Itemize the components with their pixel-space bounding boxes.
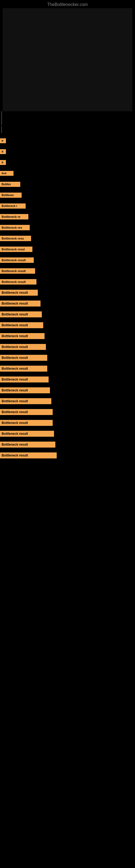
results-container: B B B Bott Bottlen Bottlenec Bottleneck … <box>0 133 135 464</box>
result-label-30: Bottleneck result <box>0 453 57 458</box>
result-label-20: Bottleneck result <box>0 344 46 350</box>
result-item-5: Bottlen <box>0 179 135 189</box>
result-item-4: Bott <box>0 168 135 179</box>
result-label-24: Bottleneck result <box>0 388 50 393</box>
result-item-13: Bottleneck result <box>0 266 135 276</box>
site-title: TheBottlenecker.com <box>0 0 135 8</box>
chart-area <box>3 8 132 111</box>
result-label-18: Bottleneck result <box>0 322 43 328</box>
result-item-19: Bottleneck result <box>0 331 135 341</box>
vertical-line-2 <box>1 126 2 133</box>
result-label-27: Bottleneck result <box>0 420 53 426</box>
result-item-8: Bottleneck re <box>0 212 135 222</box>
result-item-3: B <box>0 157 135 167</box>
result-item-22: Bottleneck result <box>0 364 135 374</box>
result-item-10: Bottleneck resu <box>0 233 135 244</box>
result-label-13: Bottleneck result <box>0 268 35 274</box>
result-item-11: Bottleneck resul <box>0 244 135 254</box>
result-item-1: B <box>0 135 135 146</box>
result-label-26: Bottleneck result <box>0 409 53 415</box>
result-label-23: Bottleneck result <box>0 376 49 382</box>
result-label-10: Bottleneck resu <box>0 236 31 241</box>
result-item-25: Bottleneck result <box>0 396 135 406</box>
result-item-17: Bottleneck result <box>0 309 135 319</box>
result-item-16: Bottleneck result <box>0 299 135 309</box>
result-label-14: Bottleneck result <box>0 279 37 284</box>
result-label-1: B <box>0 138 6 143</box>
result-label-11: Bottleneck resul <box>0 247 32 252</box>
result-label-2: B <box>0 149 6 154</box>
result-item-15: Bottleneck result <box>0 287 135 298</box>
result-label-19: Bottleneck result <box>0 333 45 339</box>
result-item-29: Bottleneck result <box>0 439 135 450</box>
result-item-24: Bottleneck result <box>0 385 135 396</box>
result-label-3: B <box>0 160 6 165</box>
result-item-27: Bottleneck result <box>0 418 135 428</box>
result-label-25: Bottleneck result <box>0 398 51 404</box>
result-label-8: Bottleneck re <box>0 214 28 219</box>
vertical-line-1 <box>1 111 2 125</box>
result-label-28: Bottleneck result <box>0 431 54 437</box>
result-item-9: Bottleneck res <box>0 222 135 233</box>
result-item-12: Bottleneck result <box>0 255 135 265</box>
result-label-9: Bottleneck res <box>0 225 30 230</box>
result-item-14: Bottleneck result <box>0 277 135 287</box>
result-item-26: Bottleneck result <box>0 407 135 417</box>
result-label-16: Bottleneck result <box>0 301 41 307</box>
result-label-15: Bottleneck result <box>0 290 38 296</box>
result-label-5: Bottlen <box>0 182 20 187</box>
result-label-21: Bottleneck result <box>0 355 47 361</box>
result-item-21: Bottleneck result <box>0 352 135 363</box>
spacer-top <box>0 111 135 133</box>
result-item-30: Bottleneck result <box>0 450 135 461</box>
result-item-6: Bottlenec <box>0 190 135 200</box>
result-label-4: Bott <box>0 171 13 176</box>
result-label-29: Bottleneck result <box>0 442 55 447</box>
result-item-23: Bottleneck result <box>0 374 135 384</box>
result-label-22: Bottleneck result <box>0 366 47 372</box>
result-item-2: B <box>0 147 135 157</box>
result-label-17: Bottleneck result <box>0 311 42 317</box>
result-label-12: Bottleneck result <box>0 257 34 263</box>
result-item-28: Bottleneck result <box>0 429 135 439</box>
result-item-18: Bottleneck result <box>0 320 135 330</box>
result-item-7: Bottleneck r <box>0 201 135 211</box>
result-label-7: Bottleneck r <box>0 204 26 209</box>
result-label-6: Bottlenec <box>0 193 21 198</box>
result-item-20: Bottleneck result <box>0 342 135 352</box>
